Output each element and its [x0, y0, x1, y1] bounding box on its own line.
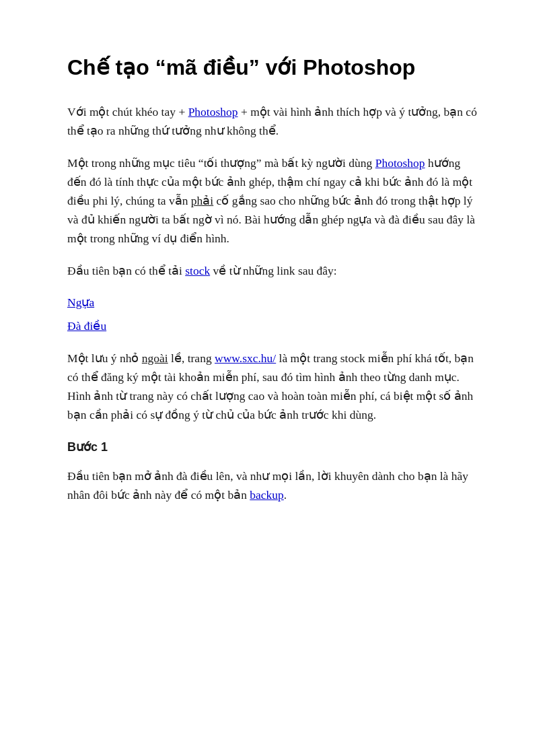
section-1-title: Bước 1 — [67, 438, 482, 457]
p4-ngoai: ngoài — [142, 351, 168, 365]
p1-text-1: Với một chút khéo tay + — [67, 105, 188, 118]
p2-underline: phải — [191, 194, 213, 207]
page-title: Chế tạo “mã điều” với Photoshop — [67, 54, 482, 82]
photoshop-link-2[interactable]: Photoshop — [375, 156, 425, 170]
s1-text-2: . — [284, 488, 287, 502]
p2-text-1: Một trong những mục tiêu “tối thượng” mà… — [67, 156, 375, 170]
paragraph-3: Đầu tiên bạn có thể tải stock về từ nhữn… — [67, 261, 482, 280]
stock-link[interactable]: stock — [185, 264, 210, 277]
p3-text-1: Đầu tiên bạn có thể tải — [67, 264, 185, 277]
paragraph-4: Một lưu ý nhỏ ngoài lề, trang www.sxc.hu… — [67, 349, 482, 424]
photoshop-link-1[interactable]: Photoshop — [188, 105, 238, 118]
paragraph-1: Với một chút khéo tay + Photoshop + một … — [67, 102, 482, 140]
section-1-paragraph: Đầu tiên bạn mở ảnh đà điều lên, và như … — [67, 467, 482, 504]
paragraph-2: Một trong những mục tiêu “tối thượng” mà… — [67, 153, 482, 248]
p4-text-2: lề, trang — [168, 351, 215, 365]
sxchu-link[interactable]: www.sxc.hu/ — [215, 351, 276, 365]
ngua-link[interactable]: Ngựa — [67, 294, 482, 312]
p3-text-2: về từ những link sau đây: — [210, 264, 337, 277]
backup-link[interactable]: backup — [250, 488, 284, 502]
p4-text-1: Một lưu ý nhỏ — [67, 351, 142, 365]
da-dieu-link[interactable]: Đà điều — [67, 317, 482, 335]
